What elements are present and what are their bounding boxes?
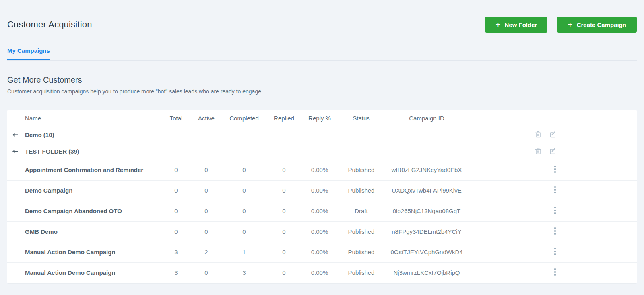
campaign-menu-button[interactable] [554, 247, 556, 257]
campaign-menu-button[interactable] [554, 165, 556, 175]
edit-folder-button[interactable] [550, 148, 556, 156]
edit-icon [550, 131, 556, 139]
plus-icon: + [495, 20, 500, 29]
campaign-name-link[interactable]: Manual Action Demo Campaign [25, 249, 115, 256]
header-actions: + New Folder + Create Campaign [485, 17, 637, 33]
campaign-name-cell: GMB Demo [7, 221, 161, 242]
collapse-arrow-icon[interactable] [12, 149, 18, 154]
campaign-name-link[interactable]: Demo Campaign [25, 187, 72, 194]
column-header-name: Name [7, 110, 161, 127]
column-header-replied: Replied [267, 110, 301, 127]
campaign-row: GMB Demo 0 0 0 0 0.00% Published n8FPgy3… [7, 221, 637, 242]
folder-name[interactable]: TEST FOLDER (39) [25, 148, 79, 155]
column-header-campaign-id: Campaign ID [384, 110, 469, 127]
campaign-actions-cell [469, 242, 637, 262]
campaign-status: Draft [338, 201, 384, 221]
plus-icon: + [568, 20, 572, 29]
campaign-reply-pct: 0.00% [301, 262, 338, 283]
edit-folder-button[interactable] [550, 131, 556, 139]
table-body: Demo (10) [7, 127, 637, 283]
campaign-reply-pct: 0.00% [301, 180, 338, 201]
campaign-status: Published [338, 180, 384, 201]
page-header: Customer Acquisition + New Folder + Crea… [7, 0, 637, 33]
campaign-name-link[interactable]: Demo Campaign Abandoned OTO [25, 208, 122, 214]
column-header-active: Active [191, 110, 221, 127]
campaign-total: 0 [161, 180, 191, 201]
trash-icon [535, 131, 541, 139]
campaign-name-cell: Demo Campaign [7, 180, 161, 201]
kebab-menu-icon [554, 268, 556, 277]
campaign-name-link[interactable]: Appointment Confirmation and Reminder [25, 166, 143, 173]
kebab-menu-icon [554, 186, 556, 195]
page: Customer Acquisition + New Folder + Crea… [0, 0, 644, 283]
campaign-status: Published [338, 160, 384, 180]
campaign-id: n8FPgy34DELmt2b4YCiY [384, 221, 469, 242]
campaigns-table: Name Total Active Completed Replied Repl… [7, 110, 637, 283]
campaign-status: Published [338, 262, 384, 283]
campaign-replied: 0 [267, 242, 301, 262]
campaign-row: Manual Action Demo Campaign 3 0 3 0 0.00… [7, 262, 637, 283]
folder-name-cell: Demo (10) [7, 127, 161, 143]
campaign-id: UXDQxvTwb4FAPl99KivE [384, 180, 469, 201]
campaign-replied: 0 [267, 221, 301, 242]
campaign-completed: 0 [221, 221, 267, 242]
folder-row[interactable]: Demo (10) [7, 127, 637, 143]
campaign-name-link[interactable]: Manual Action Demo Campaign [25, 269, 115, 276]
section-heading: Get More Customers [7, 75, 637, 85]
campaign-row: Demo Campaign Abandoned OTO 0 0 0 0 0.00… [7, 201, 637, 221]
kebab-menu-icon [554, 165, 556, 175]
campaign-completed: 0 [221, 180, 267, 201]
campaign-total: 0 [161, 221, 191, 242]
campaign-row: Demo Campaign 0 0 0 0 0.00% Published UX… [7, 180, 637, 201]
create-campaign-button[interactable]: + Create Campaign [557, 17, 637, 33]
campaign-active: 0 [191, 201, 221, 221]
column-header-completed: Completed [221, 110, 267, 127]
campaign-completed: 0 [221, 160, 267, 180]
campaign-actions-cell [469, 160, 637, 180]
campaign-name-link[interactable]: GMB Demo [25, 228, 58, 235]
kebab-menu-icon [554, 227, 556, 236]
edit-icon [550, 148, 556, 156]
folder-name[interactable]: Demo (10) [25, 131, 54, 138]
campaign-actions-cell [469, 180, 637, 201]
campaign-total: 3 [161, 242, 191, 262]
tab-my-campaigns[interactable]: My Campaigns [7, 47, 50, 60]
tabs-bar: My Campaigns [7, 47, 637, 61]
folder-row[interactable]: TEST FOLDER (39) [7, 143, 637, 160]
campaign-menu-button[interactable] [554, 206, 556, 216]
campaign-replied: 0 [267, 262, 301, 283]
new-folder-button[interactable]: + New Folder [485, 17, 547, 33]
folder-name-cell: TEST FOLDER (39) [7, 143, 161, 160]
campaigns-card: Name Total Active Completed Replied Repl… [7, 110, 637, 283]
campaign-menu-button[interactable] [554, 186, 556, 195]
campaign-completed: 0 [221, 201, 267, 221]
delete-folder-button[interactable] [535, 148, 541, 156]
campaign-replied: 0 [267, 201, 301, 221]
kebab-menu-icon [554, 206, 556, 216]
new-folder-label: New Folder [505, 21, 537, 28]
campaign-total: 0 [161, 201, 191, 221]
campaign-completed: 3 [221, 262, 267, 283]
folder-actions-cell [469, 127, 637, 143]
campaign-name-cell: Appointment Confirmation and Reminder [7, 160, 161, 180]
create-campaign-label: Create Campaign [577, 21, 626, 28]
campaign-name-cell: Demo Campaign Abandoned OTO [7, 201, 161, 221]
campaign-replied: 0 [267, 160, 301, 180]
campaign-id: wfB0zLG2JNKcyYad0EbX [384, 160, 469, 180]
campaign-status: Published [338, 221, 384, 242]
campaign-completed: 1 [221, 242, 267, 262]
table-header: Name Total Active Completed Replied Repl… [7, 110, 637, 127]
campaign-menu-button[interactable] [554, 268, 556, 277]
campaign-menu-button[interactable] [554, 227, 556, 236]
page-title: Customer Acquisition [7, 19, 92, 30]
campaign-status: Published [338, 242, 384, 262]
campaign-active: 0 [191, 180, 221, 201]
trash-icon [535, 148, 541, 156]
campaign-id: 0OstTJEYtVCphGndWkD4 [384, 242, 469, 262]
delete-folder-button[interactable] [535, 131, 541, 139]
column-header-actions [469, 110, 637, 127]
campaign-name-cell: Manual Action Demo Campaign [7, 242, 161, 262]
campaign-actions-cell [469, 201, 637, 221]
collapse-arrow-icon[interactable] [12, 133, 18, 137]
campaign-actions-cell [469, 221, 637, 242]
